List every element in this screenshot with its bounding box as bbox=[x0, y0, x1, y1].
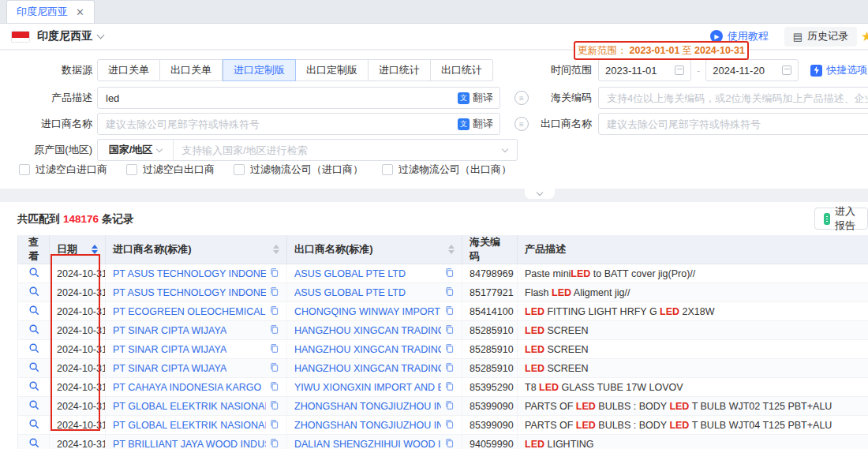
magnifier-icon[interactable] bbox=[28, 418, 39, 432]
exporter-link[interactable]: CHONGQING WINWAY IMPORT AND E... bbox=[294, 306, 441, 317]
sort-icon[interactable] bbox=[273, 245, 279, 254]
close-icon[interactable]: ✕ bbox=[76, 7, 84, 17]
end-date-value: 2024-11-20 bbox=[713, 65, 765, 77]
column-header-exporter[interactable]: 出口商名称(标准) bbox=[287, 235, 462, 264]
importer-cell: PT CAHAYA INDONESIA KARGO bbox=[106, 378, 287, 397]
table-row: 2024-10-31PT SINAR CIPTA WIJAYAHANGZHOU … bbox=[18, 359, 868, 378]
start-date-input[interactable]: 2023-11-01 bbox=[598, 59, 691, 81]
exporter-cell: HANGZHOU XINGCAN TRADING CO LTD bbox=[287, 340, 462, 359]
importer-link[interactable]: PT ECOGREEN OLEOCHEMICALS bbox=[113, 306, 266, 317]
magnifier-icon[interactable] bbox=[28, 380, 39, 394]
copy-icon[interactable] bbox=[269, 400, 279, 413]
copy-icon[interactable] bbox=[444, 362, 455, 375]
importer-link[interactable]: PT ASUS TECHNOLOGY INDONESIA BA... bbox=[113, 268, 266, 279]
column-header-importer[interactable]: 进口商名称(标准) bbox=[106, 235, 287, 264]
copy-icon[interactable] bbox=[269, 343, 279, 356]
chevron-down-icon[interactable] bbox=[502, 145, 508, 152]
data-source-option[interactable]: 出口定制版 bbox=[296, 59, 369, 81]
copy-icon[interactable] bbox=[444, 324, 455, 337]
exporter-cell: ZHONGSHAN TONGJIUZHOU INTERNA... bbox=[287, 416, 462, 435]
copy-icon[interactable] bbox=[269, 305, 279, 318]
importer-link[interactable]: PT GLOBAL ELEKTRIK NASIONAL bbox=[113, 401, 266, 412]
data-source-option[interactable]: 进口定制版 bbox=[223, 59, 296, 81]
country-title: 印度尼西亚 bbox=[37, 29, 92, 43]
importer-link[interactable]: PT GLOBAL ELEKTRIK NASIONAL bbox=[113, 420, 266, 431]
data-source-option[interactable]: 进口统计 bbox=[369, 59, 431, 81]
filter-checkbox[interactable]: 过滤空白进口商 bbox=[19, 163, 107, 177]
checkbox-label: 过滤空白进口商 bbox=[36, 163, 107, 177]
exporter-link[interactable]: ASUS GLOBAL PTE LTD bbox=[294, 268, 406, 279]
magnifier-icon[interactable] bbox=[28, 286, 39, 299]
magnifier-icon[interactable] bbox=[28, 361, 39, 375]
copy-icon[interactable] bbox=[269, 286, 279, 299]
copy-icon[interactable] bbox=[269, 438, 279, 449]
magnifier-icon[interactable] bbox=[28, 437, 39, 449]
magnifier-icon[interactable] bbox=[28, 324, 39, 337]
checkbox-icon[interactable] bbox=[234, 164, 245, 175]
exporter-link[interactable]: DALIAN SHENGZHIHUI WOOD INDUST... bbox=[294, 439, 441, 449]
exporter-label: 出口商名称 bbox=[489, 113, 592, 135]
data-source-label: 数据源 bbox=[0, 59, 92, 81]
copy-icon[interactable] bbox=[444, 419, 455, 432]
importer-link[interactable]: PT CAHAYA INDONESIA KARGO bbox=[113, 382, 261, 393]
enter-report-button[interactable]: 进入报告 bbox=[814, 208, 868, 230]
history-button[interactable]: ▤ 历史记录 bbox=[784, 27, 857, 47]
origin-type-value: 国家/地区 bbox=[109, 143, 153, 157]
filter-checkbox[interactable]: 过滤物流公司（进口商） bbox=[234, 163, 363, 177]
sort-icon[interactable] bbox=[448, 245, 455, 254]
importer-link[interactable]: PT ASUS TECHNOLOGY INDONESIA BA... bbox=[113, 287, 266, 298]
exporter-link[interactable]: ZHONGSHAN TONGJIUZHOU INTERNA... bbox=[294, 420, 441, 431]
copy-icon[interactable] bbox=[444, 438, 455, 449]
data-source-option[interactable]: 进口关单 bbox=[97, 59, 160, 81]
copy-icon[interactable] bbox=[269, 362, 279, 375]
magnifier-icon[interactable] bbox=[28, 399, 39, 413]
exporter-link[interactable]: HANGZHOU XINGCAN TRADING CO LTD bbox=[294, 325, 441, 336]
copy-icon[interactable] bbox=[444, 268, 455, 280]
checkbox-icon[interactable] bbox=[126, 164, 137, 175]
filter-checkbox[interactable]: 过滤空白出口商 bbox=[126, 163, 215, 177]
checkbox-label: 过滤物流公司（出口商） bbox=[398, 163, 511, 177]
tab-indonesia[interactable]: 印度尼西亚 ✕ bbox=[6, 0, 95, 23]
hs-code-cell: 85285910 bbox=[462, 340, 518, 359]
importer-link[interactable]: PT BRILLIANT JAYA WOOD INDUSTRY bbox=[113, 439, 266, 449]
importer-link[interactable]: PT SINAR CIPTA WIJAYA bbox=[113, 325, 226, 336]
importer-link[interactable]: PT SINAR CIPTA WIJAYA bbox=[113, 363, 226, 374]
data-source-option[interactable]: 出口统计 bbox=[431, 59, 493, 81]
copy-icon[interactable] bbox=[444, 381, 455, 394]
checkbox-icon[interactable] bbox=[19, 164, 30, 175]
exporter-input[interactable] bbox=[599, 114, 868, 134]
copy-icon[interactable] bbox=[269, 268, 279, 280]
chevron-down-icon[interactable] bbox=[97, 31, 105, 39]
hs-code-input[interactable] bbox=[599, 88, 868, 108]
exporter-link[interactable]: HANGZHOU XINGCAN TRADING CO LTD bbox=[294, 344, 441, 355]
checkbox-icon[interactable] bbox=[382, 164, 393, 175]
filter-checkbox[interactable]: 过滤物流公司（出口商） bbox=[382, 163, 511, 177]
exporter-link[interactable]: HANGZHOU XINGCAN TRADING CO LTD bbox=[294, 363, 441, 374]
origin-type-select[interactable]: 国家/地区 bbox=[98, 140, 174, 160]
translate-icon: 文 bbox=[458, 92, 470, 104]
copy-icon[interactable] bbox=[444, 400, 455, 413]
collapse-panel-handle[interactable] bbox=[524, 189, 556, 200]
copy-icon[interactable] bbox=[269, 419, 279, 432]
copy-icon[interactable] bbox=[444, 343, 455, 356]
copy-icon[interactable] bbox=[269, 381, 279, 394]
data-source-option[interactable]: 出口关单 bbox=[160, 59, 223, 81]
exporter-link[interactable]: ASUS GLOBAL PTE LTD bbox=[294, 287, 406, 298]
magnifier-icon[interactable] bbox=[28, 267, 39, 280]
end-date-input[interactable]: 2024-11-20 bbox=[705, 59, 799, 81]
exporter-link[interactable]: ZHONGSHAN TONGJIUZHOU INTERNA... bbox=[294, 401, 441, 412]
copy-icon[interactable] bbox=[444, 286, 455, 299]
product-desc-input[interactable] bbox=[98, 88, 458, 108]
magnifier-icon[interactable] bbox=[28, 305, 39, 318]
importer-link[interactable]: PT SINAR CIPTA WIJAYA bbox=[113, 344, 226, 355]
importer-input[interactable] bbox=[98, 114, 458, 134]
exporter-link[interactable]: YIWU XIONGXIN IMPORT AND EXPORT... bbox=[294, 382, 441, 393]
column-header-date[interactable]: 日期 bbox=[50, 235, 106, 264]
quick-options-link[interactable]: 快捷选项 bbox=[810, 63, 867, 77]
magnifier-icon[interactable] bbox=[28, 342, 39, 356]
sort-icon[interactable] bbox=[92, 245, 98, 254]
origin-search-input[interactable] bbox=[174, 144, 503, 156]
star-icon[interactable]: ★ bbox=[861, 28, 868, 45]
copy-icon[interactable] bbox=[444, 305, 455, 318]
copy-icon[interactable] bbox=[269, 324, 279, 337]
